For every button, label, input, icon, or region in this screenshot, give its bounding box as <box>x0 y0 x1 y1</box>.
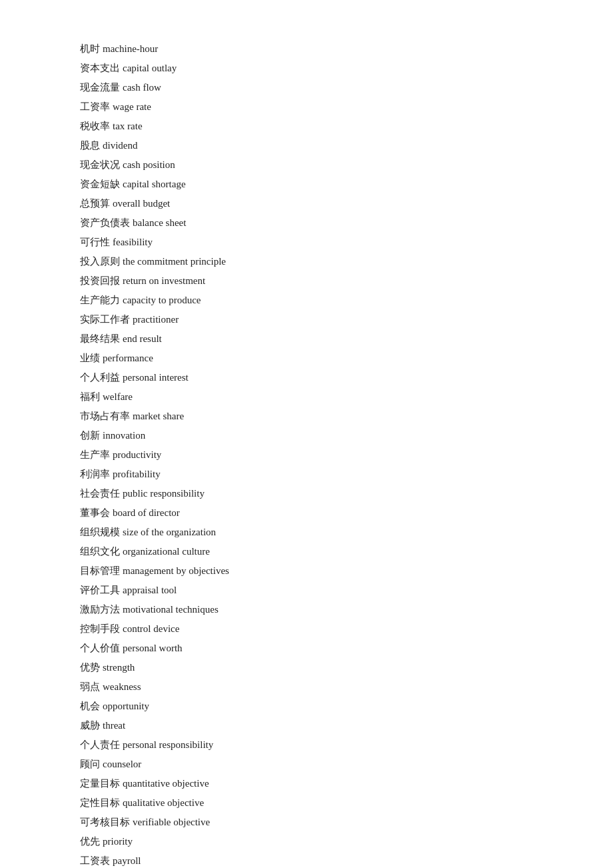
vocab-zh: 优先 <box>80 836 100 847</box>
vocab-zh: 激励方法 <box>80 604 120 615</box>
vocab-item: 优势strength <box>80 659 533 677</box>
vocab-item: 现金状况cash position <box>80 156 533 174</box>
vocab-en: capital outlay <box>123 63 177 73</box>
vocab-zh: 董事会 <box>80 507 110 518</box>
vocab-zh: 总预算 <box>80 198 110 209</box>
vocab-en: strength <box>103 662 135 673</box>
vocab-item: 资金短缺capital shortage <box>80 175 533 193</box>
vocab-en: size of the organization <box>123 527 216 537</box>
vocab-item: 生产能力capacity to produce <box>80 291 533 309</box>
vocab-zh: 税收率 <box>80 121 110 131</box>
vocab-item: 定量目标quantitative objective <box>80 775 533 793</box>
vocab-item: 个人价值personal worth <box>80 639 533 657</box>
vocab-zh: 可行性 <box>80 237 110 247</box>
vocab-en: wage rate <box>113 101 151 112</box>
vocab-item: 业绩performance <box>80 349 533 367</box>
vocab-en: management by objectives <box>123 565 229 576</box>
vocab-zh: 定性目标 <box>80 797 120 808</box>
vocab-zh: 评价工具 <box>80 585 120 595</box>
vocab-item: 个人利益personal interest <box>80 369 533 387</box>
vocab-item: 目标管理management by objectives <box>80 562 533 580</box>
vocab-zh: 可考核目标 <box>80 817 130 827</box>
vocab-item: 资产负债表balance sheet <box>80 214 533 232</box>
vocab-en: appraisal tool <box>123 585 177 595</box>
vocab-en: return on investment <box>123 275 205 286</box>
vocab-en: public responsibility <box>123 488 205 499</box>
vocab-en: personal worth <box>123 643 183 653</box>
vocab-zh: 市场占有率 <box>80 411 130 421</box>
vocab-en: priority <box>103 836 133 847</box>
vocab-item: 弱点weakness <box>80 678 533 696</box>
vocab-en: weakness <box>103 681 141 692</box>
vocab-item: 控制手段control device <box>80 620 533 638</box>
vocab-item: 董事会board of director <box>80 504 533 522</box>
vocab-en: market share <box>133 411 184 421</box>
vocab-item: 税收率tax rate <box>80 117 533 135</box>
vocab-item: 定性目标qualitative objective <box>80 794 533 812</box>
vocab-en: balance sheet <box>133 217 186 228</box>
vocab-item: 组织文化organizational culture <box>80 543 533 561</box>
vocab-item: 可考核目标verifiable objective <box>80 813 533 831</box>
vocab-zh: 机会 <box>80 701 100 711</box>
vocab-en: personal interest <box>123 372 189 383</box>
vocab-en: personal responsibility <box>123 739 213 750</box>
vocab-zh: 威胁 <box>80 720 100 731</box>
vocab-zh: 弱点 <box>80 681 100 692</box>
vocab-item: 最终结果end result <box>80 330 533 348</box>
vocab-item: 可行性feasibility <box>80 233 533 251</box>
vocab-zh: 生产率 <box>80 449 110 460</box>
vocab-en: control device <box>123 623 179 634</box>
vocab-item: 投入原则the commitment principle <box>80 253 533 271</box>
vocab-item: 机时machine-hour <box>80 40 533 58</box>
vocab-item: 股息dividend <box>80 137 533 155</box>
vocab-item: 实际工作者practitioner <box>80 311 533 329</box>
vocab-item: 生产率productivity <box>80 446 533 464</box>
vocab-en: machine-hour <box>103 43 158 54</box>
vocab-zh: 最终结果 <box>80 333 120 344</box>
vocab-zh: 利润率 <box>80 469 110 479</box>
vocab-zh: 资本支出 <box>80 63 120 73</box>
vocab-zh: 生产能力 <box>80 295 120 305</box>
vocab-zh: 优势 <box>80 662 100 673</box>
vocab-zh: 福利 <box>80 391 100 402</box>
vocab-en: capital shortage <box>123 179 186 189</box>
vocab-item: 利润率profitability <box>80 465 533 483</box>
vocab-en: threat <box>103 720 125 731</box>
vocab-item: 工资率wage rate <box>80 98 533 116</box>
vocab-zh: 投资回报 <box>80 275 120 286</box>
vocab-item: 创新innovation <box>80 427 533 445</box>
vocab-en: payroll <box>113 855 141 866</box>
vocab-item: 投资回报return on investment <box>80 272 533 290</box>
vocab-item: 工资表payroll <box>80 852 533 868</box>
vocab-item: 评价工具appraisal tool <box>80 581 533 599</box>
vocab-item: 资本支出capital outlay <box>80 59 533 77</box>
vocab-item: 组织规模size of the organization <box>80 523 533 541</box>
vocab-item: 社会责任public responsibility <box>80 485 533 503</box>
vocab-en: dividend <box>103 140 138 151</box>
vocab-en: tax rate <box>113 121 143 131</box>
vocab-en: practitioner <box>133 314 179 325</box>
vocab-en: cash flow <box>123 82 161 93</box>
vocab-item: 机会opportunity <box>80 697 533 715</box>
vocab-item: 激励方法motivational techniques <box>80 601 533 619</box>
vocab-item: 顾问counselor <box>80 755 533 773</box>
vocab-zh: 顾问 <box>80 759 100 769</box>
vocab-zh: 业绩 <box>80 353 100 363</box>
vocab-en: opportunity <box>103 701 149 711</box>
vocab-zh: 资产负债表 <box>80 217 130 228</box>
vocab-zh: 创新 <box>80 430 100 441</box>
vocab-zh: 工资率 <box>80 101 110 112</box>
vocab-zh: 现金流量 <box>80 82 120 93</box>
vocab-en: board of director <box>113 507 180 518</box>
vocab-en: verifiable objective <box>133 817 210 827</box>
vocab-en: quantitative objective <box>123 778 209 789</box>
vocab-en: profitability <box>113 469 161 479</box>
vocab-zh: 投入原则 <box>80 256 120 267</box>
vocab-zh: 实际工作者 <box>80 314 130 325</box>
vocab-zh: 股息 <box>80 140 100 151</box>
vocab-en: the commitment principle <box>123 256 226 267</box>
vocab-en: motivational techniques <box>123 604 219 615</box>
vocab-en: counselor <box>103 759 141 769</box>
vocab-item: 总预算overall budget <box>80 195 533 213</box>
vocab-en: welfare <box>103 391 133 402</box>
